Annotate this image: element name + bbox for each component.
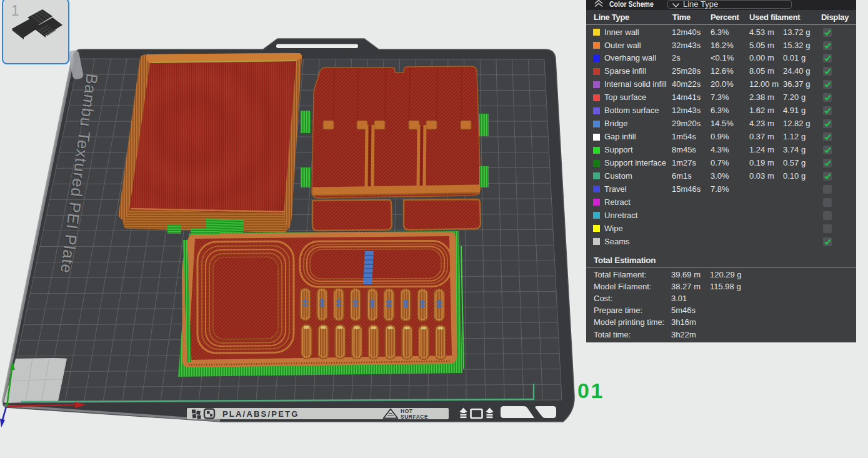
svg-text:SURFACE: SURFACE — [401, 414, 428, 420]
svg-text:01: 01 — [577, 379, 604, 402]
svg-text:PLA/ABS/PETG: PLA/ABS/PETG — [222, 409, 299, 419]
